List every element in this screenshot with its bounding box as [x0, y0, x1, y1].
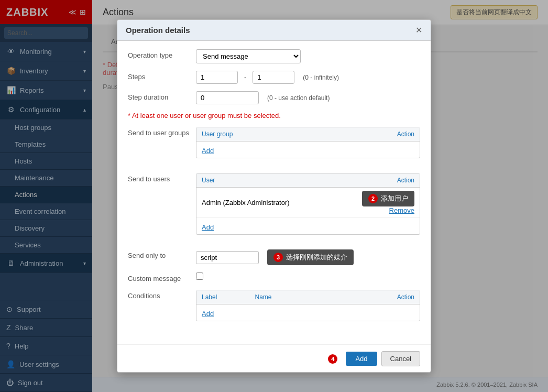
user-groups-add-link[interactable]: Add	[202, 147, 214, 155]
tooltip-add-user: 2 添加用户	[362, 191, 414, 206]
conditions-table: Label Name Action Add	[196, 290, 420, 321]
send-only-label: Send only to	[128, 249, 196, 259]
operation-type-select[interactable]: Send message Remote command	[196, 49, 301, 63]
col-name: Name	[255, 293, 361, 301]
conditions-row: Conditions Label Name Action Add	[128, 290, 420, 329]
user-groups-table: User group Action Add	[196, 127, 420, 158]
modal-add-button[interactable]: Add	[346, 352, 377, 366]
send-only-row: Send only to 3 选择刚刚添加的媒介	[128, 249, 420, 265]
users-row: Send to users User Action Admin (Zabbix …	[128, 173, 420, 242]
user-groups-row: Send to user groups User group Action Ad…	[128, 127, 420, 166]
tooltip-select-media-text: 选择刚刚添加的媒介	[286, 253, 347, 262]
user-row: Admin (Zabbix Administrator) 2 添加用户 Remo…	[196, 188, 420, 218]
conditions-field: Label Name Action Add	[196, 290, 420, 329]
step-duration-label: Step duration	[128, 91, 196, 101]
steps-label: Steps	[128, 71, 196, 81]
col-user-group: User group	[202, 130, 344, 138]
step-duration-hint: (0 - use action default)	[267, 94, 330, 102]
users-table: User Action Admin (Zabbix Administrator)…	[196, 173, 420, 235]
modal-body: Operation type Send message Remote comma…	[117, 41, 431, 344]
col-user: User	[202, 177, 344, 184]
remove-user-link[interactable]: Remove	[389, 206, 414, 214]
user-groups-table-header: User group Action	[196, 127, 420, 141]
step-duration-row: Step duration (0 - use action default)	[128, 91, 420, 104]
user-groups-add-row: Add	[196, 141, 420, 158]
steps-separator: -	[244, 73, 246, 81]
modal-cancel-button[interactable]: Cancel	[381, 351, 420, 366]
users-field: User Action Admin (Zabbix Administrator)…	[196, 173, 420, 242]
operation-type-label: Operation type	[128, 49, 196, 59]
users-label: Send to users	[128, 173, 196, 183]
steps-from-input[interactable]: 1	[196, 71, 238, 84]
step-duration-input[interactable]	[196, 91, 259, 104]
modal-footer: 4 Add Cancel	[117, 344, 431, 372]
operation-details-modal: Operation details ✕ Operation type Send …	[117, 19, 431, 372]
custom-message-row: Custom message	[128, 273, 420, 282]
modal-title: Operation details	[126, 26, 190, 35]
badge-3: 3	[273, 253, 283, 262]
user-groups-field: User group Action Add	[196, 127, 420, 166]
modal-close-button[interactable]: ✕	[415, 25, 422, 35]
modal-overlay: Operation details ✕ Operation type Send …	[0, 0, 548, 392]
tooltip-add-user-text: 添加用户	[381, 194, 408, 203]
modal-header: Operation details ✕	[117, 20, 431, 41]
conditions-add-row: Add	[196, 304, 420, 321]
tooltip-select-media: 3 选择刚刚添加的媒介	[267, 249, 354, 265]
col-action: Action	[344, 177, 414, 184]
conditions-label: Conditions	[128, 290, 196, 300]
footer-badge-4: 4	[328, 354, 337, 364]
col-action: Action	[344, 130, 414, 138]
send-only-field: 3 选择刚刚添加的媒介	[196, 249, 420, 265]
user-name: Admin (Zabbix Administrator)	[202, 199, 344, 206]
steps-field: 1 - 1 (0 - infinitely)	[196, 71, 420, 84]
col-action: Action	[361, 293, 415, 301]
custom-message-field	[196, 273, 420, 281]
badge-2: 2	[368, 194, 378, 203]
steps-hint: (0 - infinitely)	[303, 74, 339, 81]
user-action-cell: 2 添加用户 Remove	[344, 191, 414, 214]
steps-row: Steps 1 - 1 (0 - infinitely)	[128, 71, 420, 84]
send-only-input[interactable]	[196, 251, 259, 264]
operation-type-row: Operation type Send message Remote comma…	[128, 49, 420, 63]
warning-text: * At least one user or user group must b…	[128, 112, 420, 119]
user-groups-label: Send to user groups	[128, 127, 196, 137]
users-table-header: User Action	[196, 173, 420, 188]
custom-message-label: Custom message	[128, 273, 196, 282]
steps-to-input[interactable]: 1	[253, 71, 294, 84]
operation-type-field: Send message Remote command	[196, 49, 420, 63]
step-duration-field: (0 - use action default)	[196, 91, 420, 104]
conditions-table-header: Label Name Action	[196, 290, 420, 304]
users-add-row: Add	[196, 218, 420, 234]
custom-message-checkbox[interactable]	[196, 273, 203, 280]
col-label: Label	[202, 293, 255, 301]
conditions-add-link[interactable]: Add	[202, 310, 214, 318]
users-add-link[interactable]: Add	[202, 223, 214, 231]
